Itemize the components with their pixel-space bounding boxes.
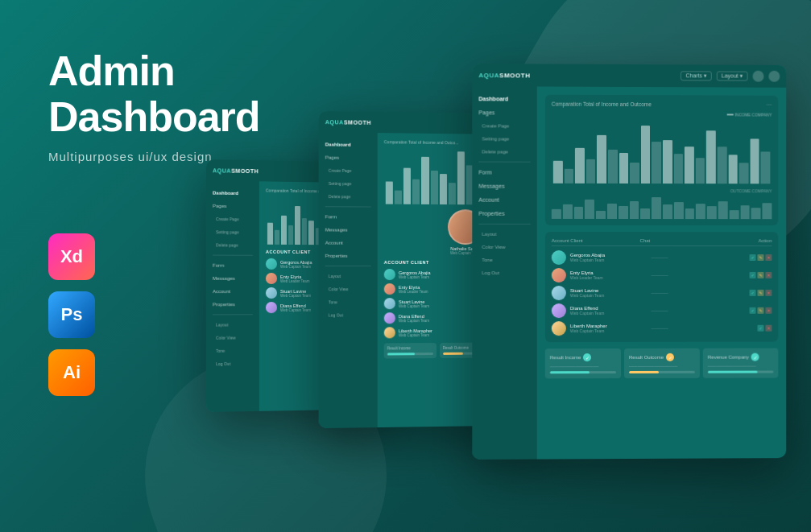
sm-nav-dashboard[interactable]: Dashboard xyxy=(206,187,259,199)
md-nav-layout[interactable]: Layout xyxy=(319,270,378,282)
sm-avatar-4 xyxy=(266,302,277,313)
lg-table-row-4: Diana Effend Web Captain Team ────── ✓ ✎… xyxy=(552,303,772,318)
lg-nav-create[interactable]: Create Page xyxy=(472,120,536,131)
tool-icons-group: Xd Ps Ai xyxy=(48,233,95,396)
adobe-ai-icon: Ai xyxy=(48,349,95,396)
sm-nav-setting[interactable]: Setting page xyxy=(206,226,259,238)
md-nav-form[interactable]: Form xyxy=(319,211,378,222)
sm-nav-account[interactable]: Account xyxy=(206,286,259,297)
lg-nav-account[interactable]: Account xyxy=(472,194,536,206)
md-nav-messages[interactable]: Messages xyxy=(319,224,378,235)
lg-nav-tone[interactable]: Tone xyxy=(472,254,536,266)
lg-result-outcome-label: Result Outcome xyxy=(629,355,664,360)
lg-legend-outcome: OUTCOME COMPANY xyxy=(552,188,772,193)
sm-nav-color[interactable]: Color View xyxy=(206,332,259,344)
lg-table-header: Account Client Chat Action xyxy=(552,238,772,246)
lg-legend-income: INCOME COMPANY xyxy=(726,112,772,117)
md-nav-dashboard[interactable]: Dashboard xyxy=(319,138,378,151)
md-nav-create[interactable]: Create Page xyxy=(319,165,378,177)
md-nav-delete[interactable]: Delete page xyxy=(319,191,378,203)
sm-nav-tone[interactable]: Tone xyxy=(206,344,259,357)
md-nav-setting[interactable]: Setting page xyxy=(319,178,378,190)
sm-nav-create[interactable]: Create Page xyxy=(206,213,259,225)
sm-nav-logout[interactable]: Log Out xyxy=(206,357,259,369)
lg-nav-form[interactable]: Form xyxy=(472,167,536,179)
sm-nav-messages[interactable]: Messages xyxy=(206,273,259,284)
lg-table-row-3: Stuart Lavine Web Captain Team ────── ✓ … xyxy=(552,286,772,300)
lg-nav-delete[interactable]: Delete page xyxy=(472,146,536,157)
sm-avatar-1 xyxy=(266,258,277,270)
lg-nav-layout[interactable]: Layout xyxy=(472,229,536,240)
sm-nav-form[interactable]: Form xyxy=(206,260,259,271)
md-avatar-3 xyxy=(384,298,395,309)
lg-results: Result Income ✓ ───────────────── Result… xyxy=(545,348,779,379)
md-nav-color[interactable]: Color View xyxy=(319,283,378,295)
adobe-xd-icon: Xd xyxy=(48,233,95,280)
md-nav-pages[interactable]: Pages xyxy=(319,151,378,163)
md-avatar-4 xyxy=(384,312,395,324)
sm-nav-properties[interactable]: Properties xyxy=(206,299,259,310)
lg-nav-properties[interactable]: Properties xyxy=(472,208,536,220)
lg-charts-dropdown[interactable]: Charts ▾ xyxy=(681,71,711,80)
lg-chart-title: Comparation Total of Income and Outcome xyxy=(552,101,772,108)
lg-nav-color[interactable]: Color View xyxy=(472,241,536,253)
lg-result-revenue-label: Revenue Company xyxy=(708,355,749,360)
lg-chart-bars2 xyxy=(552,195,772,219)
lg-chart-settings: ⋯ xyxy=(766,102,772,109)
lg-table-row-5: Liberth Marapher Web Captain Team ──────… xyxy=(552,321,772,336)
md-avatar-1 xyxy=(384,269,395,280)
sm-nav-pages[interactable]: Pages xyxy=(206,200,259,212)
lg-chart-bars xyxy=(552,119,772,184)
sm-avatar-2 xyxy=(266,273,277,284)
lg-table-row-2: Enty Elyria Web Leader Team ────── ✓ ✎ ✕ xyxy=(552,268,772,282)
lg-nav-logout[interactable]: Log Out xyxy=(472,267,536,278)
mockup-large: AQUASMOOTH Charts ▾ Layout ▾ Dashboard P… xyxy=(472,64,786,460)
lg-nav-messages[interactable]: Messages xyxy=(472,180,536,192)
sm-nav-layout[interactable]: Layout xyxy=(206,319,259,330)
sm-nav-delete[interactable]: Delete page xyxy=(206,239,259,251)
adobe-ps-icon: Ps xyxy=(48,291,95,338)
md-nav-account[interactable]: Account xyxy=(319,237,378,249)
md-nav-tone[interactable]: Tone xyxy=(319,296,378,307)
md-nav-properties[interactable]: Properties xyxy=(319,250,378,262)
lg-layout-dropdown[interactable]: Layout ▾ xyxy=(717,71,748,80)
lg-nav-pages[interactable]: Pages xyxy=(472,106,536,118)
md-avatar-5 xyxy=(384,327,395,338)
sm-avatar-3 xyxy=(266,287,277,299)
lg-table-row-1: Gergoros Abajia Web Captain Team ────── … xyxy=(552,250,772,265)
mockups-area: AQUASMOOTH Dashboard Pages Create Page S… xyxy=(183,0,811,532)
md-nav-logout[interactable]: Log Out xyxy=(319,309,378,320)
lg-result-income-label: Result Income xyxy=(550,355,581,360)
md-avatar-2 xyxy=(384,283,395,295)
lg-nav-setting[interactable]: Setting page xyxy=(472,133,536,144)
lg-nav-dashboard[interactable]: Dashboard xyxy=(472,93,536,105)
